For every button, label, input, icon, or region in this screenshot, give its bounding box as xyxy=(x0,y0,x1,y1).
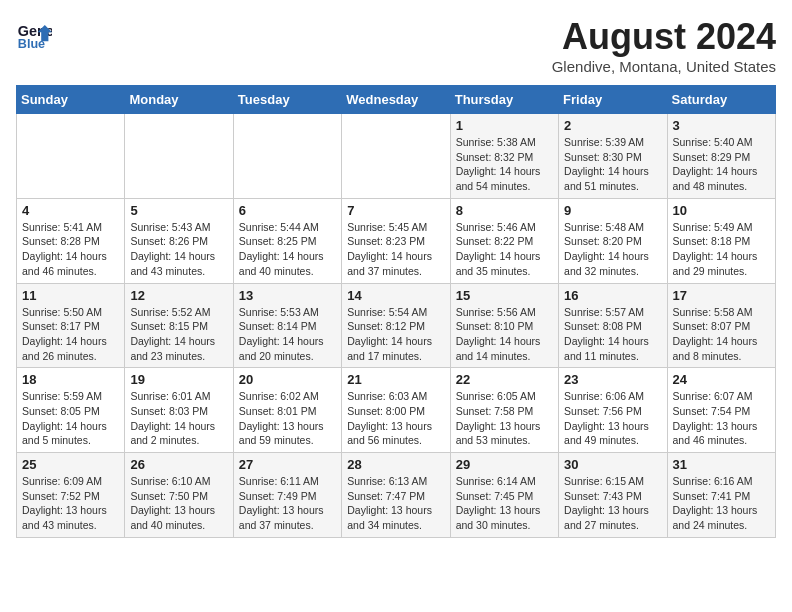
logo-icon: General Blue xyxy=(16,16,52,52)
day-number: 30 xyxy=(564,457,661,472)
day-info: Sunrise: 5:43 AM Sunset: 8:26 PM Dayligh… xyxy=(130,220,227,279)
calendar-cell: 2Sunrise: 5:39 AM Sunset: 8:30 PM Daylig… xyxy=(559,114,667,199)
day-number: 5 xyxy=(130,203,227,218)
calendar-header-row: SundayMondayTuesdayWednesdayThursdayFrid… xyxy=(17,86,776,114)
calendar-cell: 6Sunrise: 5:44 AM Sunset: 8:25 PM Daylig… xyxy=(233,198,341,283)
page-title: August 2024 xyxy=(552,16,776,58)
calendar-week-3: 11Sunrise: 5:50 AM Sunset: 8:17 PM Dayli… xyxy=(17,283,776,368)
day-info: Sunrise: 6:15 AM Sunset: 7:43 PM Dayligh… xyxy=(564,474,661,533)
day-info: Sunrise: 5:53 AM Sunset: 8:14 PM Dayligh… xyxy=(239,305,336,364)
day-number: 3 xyxy=(673,118,770,133)
day-number: 11 xyxy=(22,288,119,303)
calendar-cell: 14Sunrise: 5:54 AM Sunset: 8:12 PM Dayli… xyxy=(342,283,450,368)
calendar-cell: 31Sunrise: 6:16 AM Sunset: 7:41 PM Dayli… xyxy=(667,453,775,538)
calendar-cell xyxy=(17,114,125,199)
calendar-cell: 4Sunrise: 5:41 AM Sunset: 8:28 PM Daylig… xyxy=(17,198,125,283)
day-number: 10 xyxy=(673,203,770,218)
calendar-cell: 11Sunrise: 5:50 AM Sunset: 8:17 PM Dayli… xyxy=(17,283,125,368)
day-info: Sunrise: 5:56 AM Sunset: 8:10 PM Dayligh… xyxy=(456,305,553,364)
calendar-cell: 20Sunrise: 6:02 AM Sunset: 8:01 PM Dayli… xyxy=(233,368,341,453)
day-number: 29 xyxy=(456,457,553,472)
calendar-cell xyxy=(125,114,233,199)
calendar-cell: 15Sunrise: 5:56 AM Sunset: 8:10 PM Dayli… xyxy=(450,283,558,368)
title-area: August 2024 Glendive, Montana, United St… xyxy=(552,16,776,75)
calendar-cell: 25Sunrise: 6:09 AM Sunset: 7:52 PM Dayli… xyxy=(17,453,125,538)
day-info: Sunrise: 5:59 AM Sunset: 8:05 PM Dayligh… xyxy=(22,389,119,448)
column-header-sunday: Sunday xyxy=(17,86,125,114)
day-info: Sunrise: 5:41 AM Sunset: 8:28 PM Dayligh… xyxy=(22,220,119,279)
calendar-cell xyxy=(342,114,450,199)
day-info: Sunrise: 5:50 AM Sunset: 8:17 PM Dayligh… xyxy=(22,305,119,364)
calendar-cell: 10Sunrise: 5:49 AM Sunset: 8:18 PM Dayli… xyxy=(667,198,775,283)
calendar-cell: 26Sunrise: 6:10 AM Sunset: 7:50 PM Dayli… xyxy=(125,453,233,538)
day-info: Sunrise: 5:46 AM Sunset: 8:22 PM Dayligh… xyxy=(456,220,553,279)
calendar-cell: 12Sunrise: 5:52 AM Sunset: 8:15 PM Dayli… xyxy=(125,283,233,368)
day-number: 16 xyxy=(564,288,661,303)
day-info: Sunrise: 6:16 AM Sunset: 7:41 PM Dayligh… xyxy=(673,474,770,533)
day-number: 23 xyxy=(564,372,661,387)
day-info: Sunrise: 5:57 AM Sunset: 8:08 PM Dayligh… xyxy=(564,305,661,364)
day-number: 12 xyxy=(130,288,227,303)
day-number: 17 xyxy=(673,288,770,303)
calendar-cell: 7Sunrise: 5:45 AM Sunset: 8:23 PM Daylig… xyxy=(342,198,450,283)
day-number: 8 xyxy=(456,203,553,218)
column-header-friday: Friday xyxy=(559,86,667,114)
column-header-tuesday: Tuesday xyxy=(233,86,341,114)
calendar-cell: 16Sunrise: 5:57 AM Sunset: 8:08 PM Dayli… xyxy=(559,283,667,368)
day-number: 31 xyxy=(673,457,770,472)
day-info: Sunrise: 6:13 AM Sunset: 7:47 PM Dayligh… xyxy=(347,474,444,533)
day-info: Sunrise: 6:02 AM Sunset: 8:01 PM Dayligh… xyxy=(239,389,336,448)
calendar-cell xyxy=(233,114,341,199)
day-number: 1 xyxy=(456,118,553,133)
day-info: Sunrise: 6:11 AM Sunset: 7:49 PM Dayligh… xyxy=(239,474,336,533)
day-number: 19 xyxy=(130,372,227,387)
day-number: 15 xyxy=(456,288,553,303)
day-info: Sunrise: 5:44 AM Sunset: 8:25 PM Dayligh… xyxy=(239,220,336,279)
calendar-cell: 19Sunrise: 6:01 AM Sunset: 8:03 PM Dayli… xyxy=(125,368,233,453)
day-info: Sunrise: 5:48 AM Sunset: 8:20 PM Dayligh… xyxy=(564,220,661,279)
column-header-monday: Monday xyxy=(125,86,233,114)
day-info: Sunrise: 6:06 AM Sunset: 7:56 PM Dayligh… xyxy=(564,389,661,448)
day-info: Sunrise: 5:40 AM Sunset: 8:29 PM Dayligh… xyxy=(673,135,770,194)
column-header-wednesday: Wednesday xyxy=(342,86,450,114)
day-number: 25 xyxy=(22,457,119,472)
logo: General Blue xyxy=(16,16,52,52)
calendar-cell: 13Sunrise: 5:53 AM Sunset: 8:14 PM Dayli… xyxy=(233,283,341,368)
calendar-cell: 28Sunrise: 6:13 AM Sunset: 7:47 PM Dayli… xyxy=(342,453,450,538)
day-info: Sunrise: 5:49 AM Sunset: 8:18 PM Dayligh… xyxy=(673,220,770,279)
day-number: 7 xyxy=(347,203,444,218)
day-info: Sunrise: 5:45 AM Sunset: 8:23 PM Dayligh… xyxy=(347,220,444,279)
column-header-thursday: Thursday xyxy=(450,86,558,114)
calendar-cell: 17Sunrise: 5:58 AM Sunset: 8:07 PM Dayli… xyxy=(667,283,775,368)
day-info: Sunrise: 6:01 AM Sunset: 8:03 PM Dayligh… xyxy=(130,389,227,448)
calendar-cell: 1Sunrise: 5:38 AM Sunset: 8:32 PM Daylig… xyxy=(450,114,558,199)
calendar-week-5: 25Sunrise: 6:09 AM Sunset: 7:52 PM Dayli… xyxy=(17,453,776,538)
calendar-cell: 24Sunrise: 6:07 AM Sunset: 7:54 PM Dayli… xyxy=(667,368,775,453)
day-info: Sunrise: 5:38 AM Sunset: 8:32 PM Dayligh… xyxy=(456,135,553,194)
calendar-body: 1Sunrise: 5:38 AM Sunset: 8:32 PM Daylig… xyxy=(17,114,776,538)
day-number: 20 xyxy=(239,372,336,387)
day-number: 22 xyxy=(456,372,553,387)
svg-text:Blue: Blue xyxy=(18,37,45,51)
day-number: 21 xyxy=(347,372,444,387)
day-info: Sunrise: 6:10 AM Sunset: 7:50 PM Dayligh… xyxy=(130,474,227,533)
calendar-cell: 23Sunrise: 6:06 AM Sunset: 7:56 PM Dayli… xyxy=(559,368,667,453)
day-number: 28 xyxy=(347,457,444,472)
calendar-cell: 22Sunrise: 6:05 AM Sunset: 7:58 PM Dayli… xyxy=(450,368,558,453)
calendar-cell: 29Sunrise: 6:14 AM Sunset: 7:45 PM Dayli… xyxy=(450,453,558,538)
day-info: Sunrise: 5:58 AM Sunset: 8:07 PM Dayligh… xyxy=(673,305,770,364)
day-info: Sunrise: 6:09 AM Sunset: 7:52 PM Dayligh… xyxy=(22,474,119,533)
calendar-cell: 21Sunrise: 6:03 AM Sunset: 8:00 PM Dayli… xyxy=(342,368,450,453)
calendar-week-4: 18Sunrise: 5:59 AM Sunset: 8:05 PM Dayli… xyxy=(17,368,776,453)
day-number: 6 xyxy=(239,203,336,218)
calendar-cell: 9Sunrise: 5:48 AM Sunset: 8:20 PM Daylig… xyxy=(559,198,667,283)
column-header-saturday: Saturday xyxy=(667,86,775,114)
day-number: 4 xyxy=(22,203,119,218)
calendar-week-1: 1Sunrise: 5:38 AM Sunset: 8:32 PM Daylig… xyxy=(17,114,776,199)
calendar-cell: 5Sunrise: 5:43 AM Sunset: 8:26 PM Daylig… xyxy=(125,198,233,283)
day-info: Sunrise: 5:52 AM Sunset: 8:15 PM Dayligh… xyxy=(130,305,227,364)
calendar-table: SundayMondayTuesdayWednesdayThursdayFrid… xyxy=(16,85,776,538)
day-info: Sunrise: 6:03 AM Sunset: 8:00 PM Dayligh… xyxy=(347,389,444,448)
day-info: Sunrise: 5:39 AM Sunset: 8:30 PM Dayligh… xyxy=(564,135,661,194)
day-number: 13 xyxy=(239,288,336,303)
